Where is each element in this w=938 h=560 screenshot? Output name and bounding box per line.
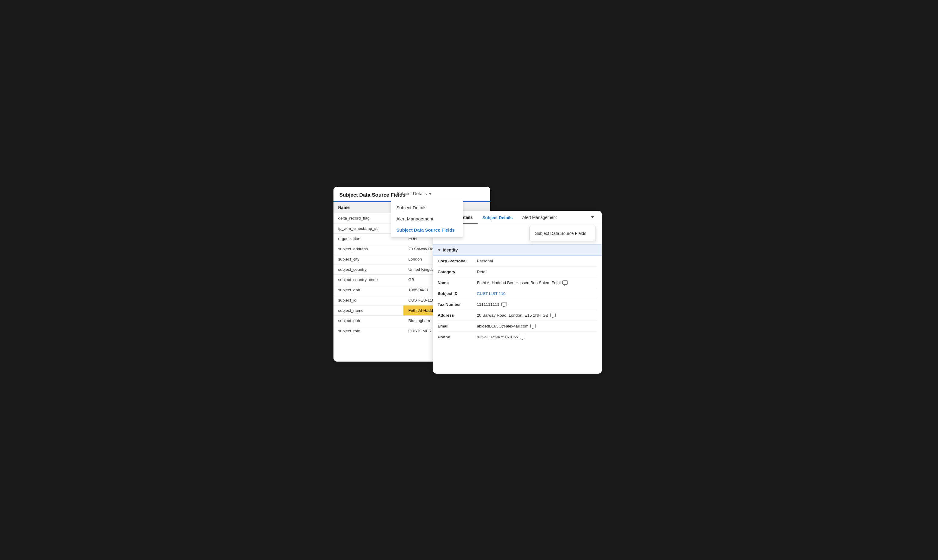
tab-subject-details-blue[interactable]: Subject Details <box>478 211 517 224</box>
detail-row: Tax Number1111111111 <box>438 299 597 310</box>
detail-value: CUST-LIST-110 <box>477 291 597 296</box>
left-dropdown-area: Subject Details Subject DetailsAlert Man… <box>394 187 438 199</box>
identity-label: Identity <box>443 248 458 252</box>
right-menu-item-datasource[interactable]: Subject Data Source Fields <box>530 228 595 239</box>
identity-header[interactable]: Identity <box>433 244 602 256</box>
table-cell-name: subject_role <box>334 326 404 336</box>
detail-value-text: 1111111111 <box>477 302 500 307</box>
left-dropdown-trigger-label: Subject Details <box>397 191 427 196</box>
detail-value: Fethi Al-Haddad Ben Hassen Ben Salem Fet… <box>477 280 597 285</box>
table-cell-name: subject_name <box>334 305 404 315</box>
left-menu-item[interactable]: Subject Details <box>391 202 463 213</box>
detail-value: 935-938-59475161065 <box>477 335 597 339</box>
detail-row: Phone935-938-59475161065 <box>438 332 597 342</box>
left-dropdown-menu: Subject DetailsAlert ManagementSubject D… <box>391 200 463 238</box>
scene: Subject Data Source Fields Subject Detai… <box>334 187 605 374</box>
table-cell-name: subject_country_code <box>334 274 404 285</box>
table-cell-name: subject_city <box>334 254 404 264</box>
comment-icon[interactable] <box>550 313 556 317</box>
table-cell-name: subject_dob <box>334 285 404 295</box>
left-card-header: Subject Data Source Fields Subject Detai… <box>334 187 490 202</box>
detail-value: 1111111111 <box>477 302 597 307</box>
detail-label: Address <box>438 313 477 317</box>
detail-row: Corp./PersonalPersonal <box>438 256 597 266</box>
detail-value-text: CUST-LIST-110 <box>477 291 506 296</box>
identity-section: Identity Corp./PersonalPersonalCategoryR… <box>433 244 602 342</box>
detail-label: Corp./Personal <box>438 259 477 263</box>
detail-label: Email <box>438 324 477 328</box>
detail-value-text: Retail <box>477 269 487 274</box>
detail-value-text: 935-938-59475161065 <box>477 335 518 339</box>
detail-value-text: Fethi Al-Haddad Ben Hassen Ben Salem Fet… <box>477 280 561 285</box>
detail-row: Address20 Salway Road, London, E15 1NF, … <box>438 310 597 321</box>
detail-value: 20 Salway Road, London, E15 1NF, GB <box>477 313 597 317</box>
detail-value-text: abidedB185O@alex4all.com <box>477 324 529 328</box>
detail-row: EmailabidedB185O@alex4all.com <box>438 321 597 332</box>
right-dropdown-chevron[interactable] <box>591 216 594 218</box>
detail-label: Category <box>438 269 477 274</box>
left-dropdown-trigger[interactable]: Subject Details <box>394 187 438 199</box>
detail-value: abidedB185O@alex4all.com <box>477 324 597 328</box>
detail-label: Tax Number <box>438 302 477 307</box>
detail-row: NameFethi Al-Haddad Ben Hassen Ben Salem… <box>438 277 597 288</box>
detail-value-text: Personal <box>477 259 493 263</box>
left-menu-item[interactable]: Alert Management <box>391 213 463 225</box>
detail-row: CategoryRetail <box>438 266 597 277</box>
detail-value-text: 20 Salway Road, London, E15 1NF, GB <box>477 313 549 317</box>
comment-icon[interactable] <box>520 335 525 339</box>
detail-row: Subject IDCUST-LIST-110 <box>438 288 597 299</box>
detail-label: Name <box>438 280 477 285</box>
left-menu-item[interactable]: Subject Data Source Fields <box>391 225 463 235</box>
identity-collapse-icon <box>438 249 441 251</box>
table-cell-name: subject_pob <box>334 315 404 326</box>
comment-icon[interactable] <box>562 280 568 285</box>
comment-icon[interactable] <box>531 324 536 328</box>
right-dropdown-menu: Subject Data Source Fields <box>529 226 596 241</box>
table-cell-name: subject_address <box>334 244 404 254</box>
table-cell-name: subject_country <box>334 264 404 274</box>
table-cell-name: subject_id <box>334 295 404 305</box>
chevron-down-icon <box>429 193 432 195</box>
detail-rows: Corp./PersonalPersonalCategoryRetailName… <box>433 256 602 342</box>
detail-label: Phone <box>438 335 477 339</box>
detail-label: Subject ID <box>438 291 477 296</box>
comment-icon[interactable] <box>501 302 507 306</box>
detail-value: Personal <box>477 259 597 263</box>
tab-alert-management[interactable]: Alert Management <box>517 211 561 225</box>
detail-value: Retail <box>477 269 597 274</box>
